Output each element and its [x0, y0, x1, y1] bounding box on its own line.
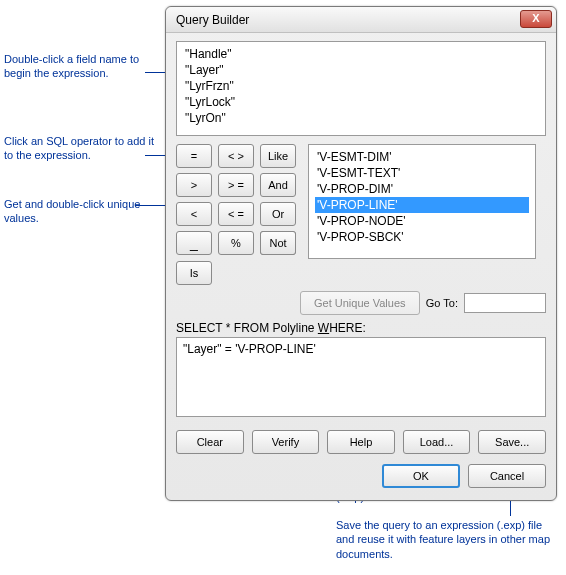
value-item-selected[interactable]: 'V-PROP-LINE'	[315, 197, 529, 213]
value-item[interactable]: 'V-ESMT-TEXT'	[315, 165, 529, 181]
close-icon: X	[532, 12, 539, 24]
window-title: Query Builder	[172, 13, 249, 27]
titlebar[interactable]: Query Builder X	[166, 7, 556, 33]
annotation-values: Get and double-click unique values.	[4, 197, 159, 226]
op-is[interactable]: Is	[176, 261, 212, 285]
clear-button[interactable]: Clear	[176, 430, 244, 454]
op-gt[interactable]: >	[176, 173, 212, 197]
goto-label: Go To:	[426, 297, 458, 309]
op-equals[interactable]: =	[176, 144, 212, 168]
fields-list[interactable]: "Handle" "Layer" "LyrFrzn" "LyrLock" "Ly…	[176, 41, 546, 136]
op-lt[interactable]: <	[176, 202, 212, 226]
close-button[interactable]: X	[520, 10, 552, 28]
field-item[interactable]: "Handle"	[183, 46, 539, 62]
annotation-save: Save the query to an expression (.exp) f…	[336, 518, 552, 561]
op-gte[interactable]: > =	[218, 173, 254, 197]
value-item[interactable]: 'V-PROP-SBCK'	[315, 229, 529, 245]
ok-button[interactable]: OK	[382, 464, 460, 488]
annotation-fields: Double-click a field name to begin the e…	[4, 52, 159, 81]
op-or[interactable]: Or	[260, 202, 296, 226]
op-percent[interactable]: %	[218, 231, 254, 255]
annotation-operators: Click an SQL operator to add it to the e…	[4, 134, 159, 163]
value-item[interactable]: 'V-PROP-NODE'	[315, 213, 529, 229]
op-and[interactable]: And	[260, 173, 296, 197]
value-item[interactable]: 'V-ESMT-DIM'	[315, 149, 529, 165]
verify-button[interactable]: Verify	[252, 430, 320, 454]
op-lte[interactable]: < =	[218, 202, 254, 226]
op-not-equals[interactable]: < >	[218, 144, 254, 168]
op-underscore[interactable]: _	[176, 231, 212, 255]
field-item[interactable]: "LyrOn"	[183, 110, 539, 126]
goto-input[interactable]	[464, 293, 546, 313]
expression-textarea[interactable]	[176, 337, 546, 417]
values-list[interactable]: 'V-ESMT-DIM' 'V-ESMT-TEXT' 'V-PROP-DIM' …	[308, 144, 536, 259]
field-item[interactable]: "Layer"	[183, 62, 539, 78]
load-button[interactable]: Load...	[403, 430, 471, 454]
save-button[interactable]: Save...	[478, 430, 546, 454]
op-like[interactable]: Like	[260, 144, 296, 168]
value-item[interactable]: 'V-PROP-DIM'	[315, 181, 529, 197]
query-builder-dialog: Query Builder X "Handle" "Layer" "LyrFrz…	[165, 6, 557, 501]
field-item[interactable]: "LyrFrzn"	[183, 78, 539, 94]
field-item[interactable]: "LyrLock"	[183, 94, 539, 110]
select-from-label: SELECT * FROM Polyline WHERE:	[176, 321, 546, 335]
help-button[interactable]: Help	[327, 430, 395, 454]
op-not[interactable]: Not	[260, 231, 296, 255]
cancel-button[interactable]: Cancel	[468, 464, 546, 488]
get-unique-values-button[interactable]: Get Unique Values	[300, 291, 420, 315]
